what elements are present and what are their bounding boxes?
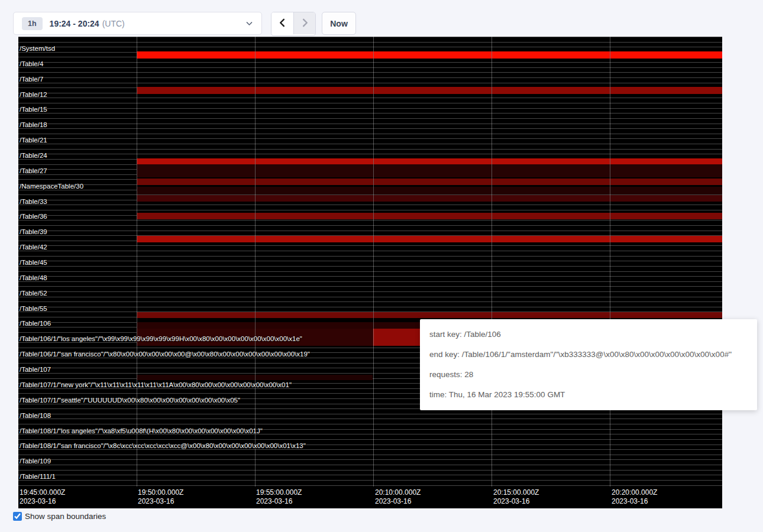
x-axis-time: 20:15:00.000Z [493, 488, 539, 497]
x-axis-date: 2023-03-16 [375, 497, 421, 506]
x-axis-tick-label: 20:10:00.000Z2023-03-16 [375, 488, 421, 506]
chevron-right-icon [300, 18, 309, 29]
tooltip-start-key: start key: /Table/106 [429, 325, 748, 345]
chevron-down-icon [245, 20, 253, 27]
time-range-label: 19:24 - 20:24 [50, 19, 99, 28]
show-span-boundaries-control[interactable]: Show span boundaries [13, 512, 106, 521]
x-axis-date: 2023-03-16 [138, 497, 183, 506]
row-label: /Table/108/1/"san francisco"/"\x8c\xcc\x… [20, 442, 306, 449]
row-label: /Table/55 [20, 305, 47, 312]
time-range-timezone: (UTC) [102, 19, 125, 28]
row-label: /Table/45 [20, 259, 47, 266]
time-gridline [492, 37, 492, 486]
row-label: /Table/48 [20, 274, 47, 281]
x-axis-date: 2023-03-16 [612, 497, 657, 506]
row-label: /Table/108/1/"los angeles"/"\xa8\xf5\u00… [20, 427, 263, 434]
row-label: /Table/107/1/"new york"/"\x11\x11\x11\x1… [20, 381, 292, 388]
x-axis-tick-label: 19:55:00.000Z2023-03-16 [256, 488, 302, 506]
row-label: /Table/4 [20, 60, 43, 67]
show-span-boundaries-checkbox[interactable] [13, 512, 22, 521]
span-band[interactable] [137, 179, 722, 185]
row-label: /Table/108 [20, 412, 51, 419]
row-label: /Table/7 [20, 76, 43, 83]
row-label: /Table/107/1/"seattle"/"UUUUUUD\x00\x80\… [20, 397, 240, 404]
x-axis-tick-label: 19:50:00.000Z2023-03-16 [138, 488, 183, 506]
row-label: /Table/27 [20, 167, 47, 174]
x-axis-tick-label: 20:20:00.000Z2023-03-16 [612, 488, 657, 506]
tooltip-time: time: Thu, 16 Mar 2023 19:55:00 GMT [429, 385, 748, 405]
row-label: /Table/107 [20, 366, 51, 373]
row-label: /Table/106 [20, 320, 51, 327]
x-axis-tick-label: 19:45:00.000Z2023-03-16 [20, 488, 65, 506]
key-visualizer-canvas[interactable]: /System/tsd/Table/4/Table/7/Table/12/Tab… [18, 37, 722, 508]
time-range-duration-badge: 1h [22, 17, 43, 30]
time-gridline [373, 37, 374, 486]
prev-range-button[interactable] [271, 12, 293, 34]
time-gridline [255, 37, 256, 486]
row-label: /Table/39 [20, 228, 47, 235]
time-range-nav-group [271, 12, 316, 36]
row-label: /Table/106/1/"san francisco"/"\x80\x00\x… [20, 351, 310, 358]
row-label: /Table/52 [20, 290, 47, 297]
row-label: /Table/24 [20, 152, 47, 159]
span-band[interactable] [137, 87, 722, 94]
span-boundary-lines [18, 37, 722, 486]
row-label: /Table/12 [20, 91, 47, 98]
row-label: /Table/33 [20, 198, 47, 205]
x-axis-date: 2023-03-16 [493, 497, 539, 506]
row-label: /Table/42 [20, 244, 47, 251]
row-label: /Table/36 [20, 213, 47, 220]
x-axis-date: 2023-03-16 [20, 497, 65, 506]
time-gridline [610, 37, 610, 486]
span-band[interactable] [137, 213, 722, 219]
row-label: /Table/18 [20, 121, 47, 128]
span-tooltip: start key: /Table/106 end key: /Table/10… [420, 319, 757, 410]
x-axis-time: 20:20:00.000Z [612, 488, 657, 497]
row-label: /Table/109 [20, 458, 51, 465]
chevron-left-icon [278, 18, 287, 29]
row-label: /Table/21 [20, 137, 47, 144]
time-gridline [137, 37, 137, 486]
time-range-select[interactable]: 1h 19:24 - 20:24 (UTC) [13, 12, 262, 35]
x-axis-time: 20:10:00.000Z [375, 488, 421, 497]
show-span-boundaries-label: Show span boundaries [25, 512, 106, 521]
row-label: /Table/15 [20, 106, 47, 113]
row-label: /System/tsd [20, 45, 55, 52]
span-band[interactable] [137, 164, 722, 177]
row-label: /NamespaceTable/30 [20, 183, 83, 190]
span-band[interactable] [137, 312, 722, 318]
x-axis-date: 2023-03-16 [256, 497, 302, 506]
span-band[interactable] [137, 158, 722, 164]
next-range-button[interactable] [293, 12, 315, 34]
span-band[interactable] [137, 51, 722, 59]
x-axis-time: 19:50:00.000Z [138, 488, 183, 497]
span-band[interactable] [137, 195, 722, 202]
span-band[interactable] [137, 187, 722, 194]
x-axis-time: 19:45:00.000Z [20, 488, 65, 497]
x-axis-time: 19:55:00.000Z [256, 488, 302, 497]
tooltip-requests: requests: 28 [429, 365, 748, 385]
tooltip-end-key: end key: /Table/106/1/"amsterdam"/"\xb33… [429, 345, 748, 365]
x-axis-tick-label: 20:15:00.000Z2023-03-16 [493, 488, 539, 506]
now-button[interactable]: Now [322, 12, 356, 35]
row-label: /Table/106/1/"los angeles"/"\x99\x99\x99… [20, 335, 302, 342]
span-band[interactable] [137, 236, 722, 242]
row-label: /Table/111/1 [20, 473, 56, 480]
